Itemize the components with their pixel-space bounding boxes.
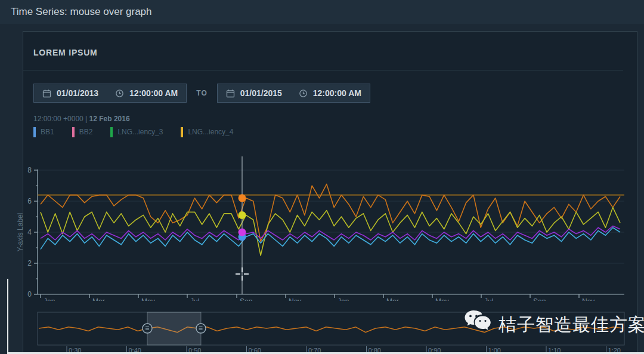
- legend-label: LNG...iency_4: [188, 128, 233, 136]
- date-range-controls: 01/01/2013 12:00:00 AM TO 01/01/2015 12:…: [33, 84, 370, 103]
- hover-timestamp: 12:00:00 +0000 | 12 Feb 2016: [33, 115, 130, 123]
- start-date-value[interactable]: 01/01/2013: [57, 88, 98, 98]
- legend-swatch: [33, 127, 36, 137]
- svg-text:Jan: Jan: [44, 297, 55, 301]
- svg-text:Sep: Sep: [533, 297, 546, 301]
- svg-text:May: May: [141, 297, 155, 301]
- legend-item-BB2[interactable]: BB2: [72, 127, 93, 137]
- start-datetime-field[interactable]: 01/01/2013 12:00:00 AM: [33, 84, 187, 103]
- watermark-frame-vertical: [7, 279, 8, 354]
- legend-label: LNG...iency_3: [117, 128, 163, 136]
- legend-label: BB2: [79, 128, 93, 136]
- legend-item-LNG...iency_4[interactable]: LNG...iency_4: [181, 127, 233, 137]
- end-time-value[interactable]: 12:00:00 AM: [313, 88, 361, 98]
- page-title: Time Series: mouse over graph: [0, 0, 644, 24]
- status-divider: |: [85, 115, 87, 123]
- end-date-value[interactable]: 01/01/2015: [240, 88, 282, 98]
- timeseries-chart[interactable]: 02468Y-axis LabelJanMarMayJulSepNovJanMa…: [12, 150, 632, 301]
- calendar-icon: [226, 89, 235, 98]
- legend-item-LNG...iency_3[interactable]: LNG...iency_3: [110, 127, 163, 137]
- start-time-value[interactable]: 12:00:00 AM: [129, 88, 178, 98]
- svg-text:2: 2: [27, 259, 32, 267]
- svg-text:8: 8: [27, 166, 32, 174]
- svg-text:Mar: Mar: [386, 297, 399, 301]
- card-heading: LOREM IPSUM: [33, 48, 98, 57]
- watermark-text: 桔子智造最佳方案: [499, 313, 644, 337]
- svg-text:Jul: Jul: [484, 297, 493, 301]
- brush-handle-left[interactable]: [143, 324, 152, 333]
- legend-swatch: [110, 127, 113, 137]
- brush-window[interactable]: [147, 312, 201, 345]
- svg-text:Nov: Nov: [289, 297, 301, 301]
- svg-text:Jan: Jan: [338, 297, 349, 301]
- svg-text:Mar: Mar: [92, 297, 105, 301]
- y-axis: 02468Y-axis Label: [16, 166, 38, 298]
- legend-swatch: [72, 127, 75, 137]
- legend-label: BB1: [41, 128, 54, 136]
- series-line-BB1: [41, 227, 620, 249]
- to-label: TO: [196, 89, 207, 97]
- calendar-icon: [42, 89, 51, 98]
- status-time: 12:00:00 +0000: [33, 115, 83, 123]
- series-legend: BB1BB2LNG...iency_3LNG...iency_4: [33, 126, 251, 138]
- svg-text:Jul: Jul: [190, 297, 199, 301]
- watermark: 桔子智造最佳方案: [464, 309, 644, 340]
- series-line-LNG...iency_4: [41, 184, 620, 241]
- legend-swatch: [181, 127, 183, 137]
- clock-icon: [299, 89, 308, 98]
- svg-text:May: May: [435, 297, 449, 301]
- clock-icon: [115, 89, 124, 98]
- svg-text:Nov: Nov: [582, 297, 595, 301]
- end-datetime-field[interactable]: 01/01/2015 12:00:00 AM: [217, 84, 370, 103]
- status-date: 12 Feb 2016: [89, 115, 130, 123]
- svg-text:Y-axis Label: Y-axis Label: [16, 213, 24, 252]
- card-heading-divider: [23, 70, 623, 70]
- series-line-BB2: [41, 226, 620, 240]
- svg-text:0: 0: [27, 290, 32, 298]
- wechat-icon: [464, 309, 495, 340]
- brush-handle-right[interactable]: [196, 324, 206, 333]
- x-axis: JanMarMayJulSepNovJanMarMayJulSepNov: [38, 294, 624, 301]
- legend-item-BB1[interactable]: BB1: [33, 127, 54, 137]
- svg-text:6: 6: [27, 197, 32, 205]
- svg-text:Sep: Sep: [240, 297, 253, 301]
- svg-text:4: 4: [27, 228, 32, 236]
